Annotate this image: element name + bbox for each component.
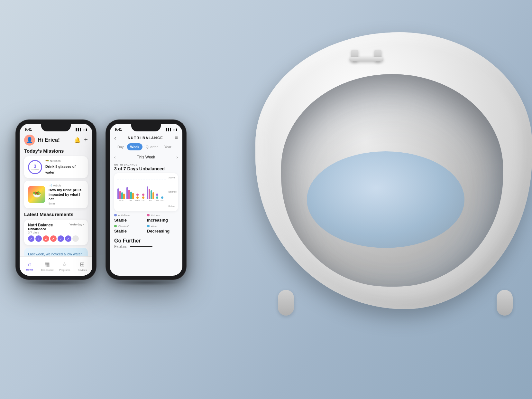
phone-1-time: 9:41 — [25, 128, 32, 131]
phones-container: 9:41 ▌▌▌ ⌂ ▮ 👤 Hi Erica! 🔔 — [15, 119, 187, 280]
chart-col-wed: Wed — [135, 183, 140, 202]
devices-icon: ⊞ — [80, 261, 85, 268]
article-card[interactable]: 🥗 📄 Article How my urine pH is impacted … — [24, 181, 88, 209]
day-sun: Sun — [160, 199, 164, 202]
phone-2-header: ‹ NUTRI BALANCE ≡ — [110, 133, 182, 143]
nav-programs[interactable]: ☆ Programs — [56, 261, 74, 271]
dot-7 — [72, 235, 79, 242]
phone-1-content: 👤 Hi Erica! 🔔 + Today's Missions 3 — [20, 133, 92, 256]
chart-col-sat: Sat — [155, 183, 159, 202]
toilet-water — [307, 151, 464, 248]
article-icon: 📄 — [49, 184, 52, 187]
mission-card[interactable]: 3 8 glasses 🥗 Nutrition Drink 8 glasses … — [24, 156, 88, 178]
metrics-grid: Acid-Base Stable Ketones Increasing — [110, 214, 182, 234]
chart-col-sun: Sun — [160, 183, 164, 202]
tab-week[interactable]: Week — [127, 143, 143, 150]
phone-1: 9:41 ▌▌▌ ⌂ ▮ 👤 Hi Erica! 🔔 — [15, 119, 96, 280]
acid-base-label: Acid-Base — [118, 214, 130, 217]
nav-devices-label: Devices — [78, 269, 87, 271]
tab-quarter[interactable]: Quarter — [142, 143, 161, 150]
dot-2: ✓ — [35, 235, 42, 242]
phone-2-status-icons: ▌▌▌ ⌂ ▮ — [166, 128, 177, 131]
bottom-nav: ⌂ Home ▦ Dashboard ☆ Programs ⊞ Devices — [20, 256, 92, 276]
metric-acid-base: Acid-Base Stable — [114, 214, 145, 223]
chart-col-thu: Thu — [141, 183, 145, 202]
vitamin-c-label: Vitamin C — [118, 225, 129, 228]
nutrition-icon: 🥗 — [45, 159, 49, 163]
header-actions: 🔔 + — [74, 136, 88, 144]
signal-icon-2: ▌▌▌ — [166, 128, 172, 131]
phone-1-notch — [41, 124, 71, 131]
measurement-card[interactable]: Nutri Balance Unbalanced 3/7 days Yester… — [24, 220, 88, 245]
measurement-progress: 3/7 days — [28, 231, 53, 234]
nav-devices[interactable]: ⊞ Devices — [74, 261, 91, 271]
chart-right-labels: Above Balance Below — [169, 176, 177, 207]
avatar: 👤 — [24, 135, 35, 146]
balance-dashed-line — [117, 192, 166, 192]
signal-icon: ▌▌▌ — [76, 128, 82, 131]
battery-icon-2: ▮ — [176, 128, 177, 131]
mission-circle: 3 8 glasses — [28, 160, 42, 174]
day-fri: Fri — [149, 199, 151, 202]
dashboard-icon: ▦ — [44, 261, 50, 268]
measurements-title: Latest Measurements — [24, 212, 88, 217]
explore-row: Explore — [114, 244, 178, 249]
dot-3: ✗ — [43, 235, 49, 242]
nav-dashboard[interactable]: ▦ Dashboard — [39, 261, 56, 271]
menu-button[interactable]: ≡ — [175, 135, 178, 141]
go-further-title: Go Further — [114, 238, 178, 244]
phone-2-screen: 9:41 ▌▌▌ ⌂ ▮ ‹ NUTRI BALANCE ≡ Day W — [110, 124, 182, 276]
mission-description: Drink 8 glasses of water — [45, 165, 76, 174]
phone-1-status-icons: ▌▌▌ ⌂ ▮ — [76, 128, 87, 131]
tab-day[interactable]: Day — [114, 143, 127, 150]
measurement-header: Nutri Balance Unbalanced 3/7 days Yester… — [28, 223, 84, 234]
toilet-bolt-left — [278, 290, 294, 316]
measurement-dots: ✓ ✓ ✗ ✗ ✓ ✓ — [28, 235, 84, 242]
bell-icon[interactable]: 🔔 — [74, 137, 81, 143]
add-icon[interactable]: + — [84, 136, 88, 144]
article-image: 🥗 — [28, 186, 45, 203]
toilet-hinge — [345, 50, 387, 79]
measurement-text-group: Nutri Balance Unbalanced 3/7 days — [28, 223, 53, 234]
nav-home[interactable]: ⌂ Home — [21, 261, 39, 271]
ketones-value: Increasing — [147, 218, 168, 223]
week-next-arrow[interactable]: › — [176, 155, 178, 160]
article-title: How my urine pH is impacted by what I ea… — [49, 188, 84, 202]
wifi-icon: ⌂ — [83, 128, 85, 131]
dot-5: ✓ — [58, 235, 64, 242]
phone-2-time: 9:41 — [115, 128, 122, 131]
home-icon: ⌂ — [28, 261, 32, 268]
mission-text: 🥗 Nutrition Drink 8 glasses of water — [45, 159, 84, 175]
below-dashed-line — [117, 204, 166, 204]
measurement-date: Yesterday › — [69, 223, 84, 226]
nav-home-label: Home — [26, 268, 33, 271]
chart-col-tue: Tue — [126, 183, 134, 202]
chart-area: Above Balance Below — [114, 173, 178, 211]
week-navigation: ‹ This Week › — [110, 153, 182, 161]
day-tue: Tue — [128, 199, 132, 202]
week-prev-arrow[interactable]: ‹ — [114, 155, 116, 160]
dot-6: ✓ — [65, 235, 71, 242]
background: 9:41 ▌▌▌ ⌂ ▮ 👤 Hi Erica! 🔔 — [0, 0, 532, 399]
insight-text: Last week, we noticed a low water balanc… — [28, 252, 82, 256]
toilet-bolt-right — [497, 290, 513, 316]
label-below: Below — [169, 205, 177, 207]
tab-year[interactable]: Year — [161, 143, 174, 150]
article-category: Article — [53, 184, 61, 187]
day-wed: Wed — [135, 199, 140, 202]
phone-2-shadow — [112, 280, 180, 286]
missions-title: Today's Missions — [24, 148, 88, 154]
phone-1-screen: 9:41 ▌▌▌ ⌂ ▮ 👤 Hi Erica! 🔔 — [20, 124, 92, 276]
toilet-area — [246, 32, 532, 370]
insight-card: Last week, we noticed a low water balanc… — [24, 248, 88, 256]
week-label: This Week — [137, 155, 155, 159]
phone-2-notch — [131, 124, 161, 131]
greeting-text: Hi Erica! — [35, 137, 74, 143]
article-category-row: 📄 Article — [49, 184, 84, 187]
vitamin-c-value: Stable — [114, 229, 127, 233]
phone-1-header: 👤 Hi Erica! 🔔 + — [24, 133, 88, 148]
nav-dashboard-label: Dashboard — [41, 269, 53, 271]
metric-ketones: Ketones Increasing — [147, 214, 178, 223]
ketones-label: Ketones — [151, 214, 160, 217]
water-label: Water — [151, 225, 158, 228]
